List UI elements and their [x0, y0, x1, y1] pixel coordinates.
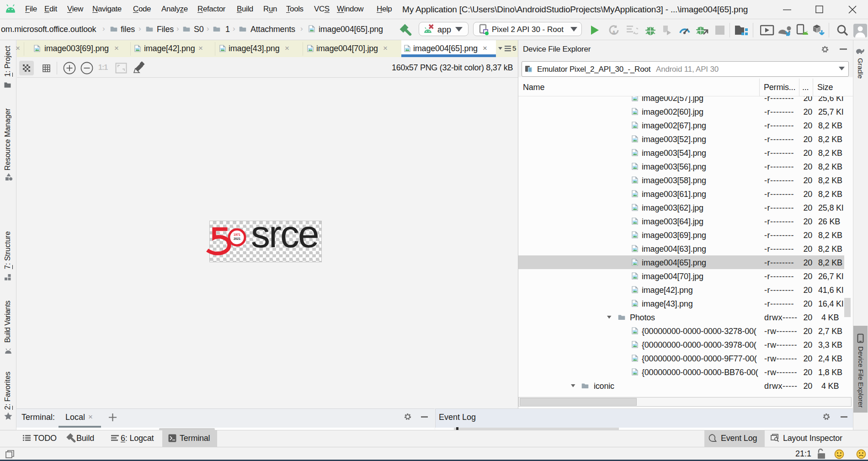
svg-text:A: A: [612, 30, 616, 35]
svg-text:2021: 2021: [234, 237, 240, 240]
svg-text:srce: srce: [251, 215, 318, 255]
svg-text:1971: 1971: [234, 233, 240, 236]
